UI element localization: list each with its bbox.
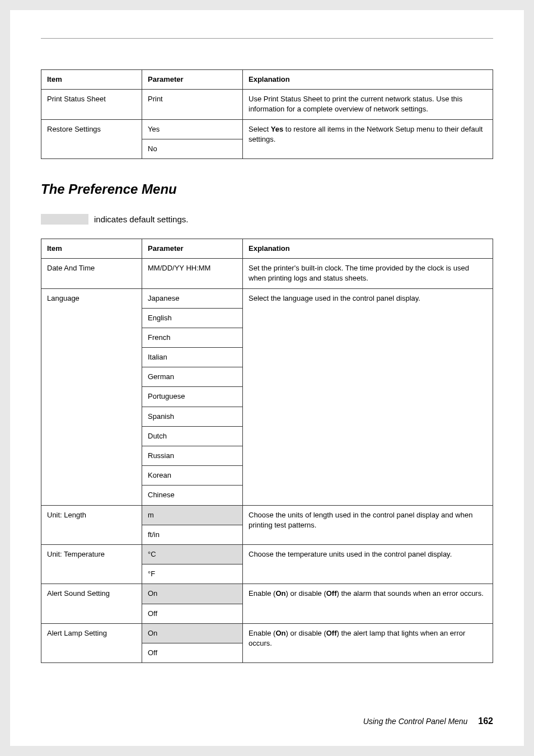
item-cell: Language: [41, 288, 142, 505]
parameter-cell: Italian: [142, 348, 243, 367]
item-cell: Restore Settings: [41, 119, 142, 158]
parameter-cell: °F: [142, 564, 243, 584]
table-row: Restore SettingsYesSelect Yes to restore…: [41, 119, 493, 139]
parameter-cell: Portuguese: [142, 387, 243, 407]
parameter-cell: Russian: [142, 446, 243, 466]
explanation-cell: Use Print Status Sheet to print the curr…: [243, 90, 493, 119]
explanation-cell: Choose the units of length used in the c…: [243, 505, 493, 544]
table1-header-explanation: Explanation: [243, 70, 493, 90]
parameter-cell: No: [142, 139, 243, 158]
explanation-cell: Enable (On) or disable (Off) the alert l…: [243, 623, 493, 662]
item-cell: Print Status Sheet: [41, 90, 142, 119]
table-row: Unit: LengthmChoose the units of length …: [41, 505, 493, 525]
table-row: Alert Sound SettingOnEnable (On) or disa…: [41, 584, 493, 604]
parameter-cell: On: [142, 584, 243, 604]
item-cell: Alert Lamp Setting: [41, 623, 142, 662]
explanation-cell: Enable (On) or disable (Off) the alarm t…: [243, 584, 493, 623]
table-1: Item Parameter Explanation Print Status …: [41, 69, 493, 159]
default-legend-text: indicates default settings.: [94, 214, 188, 224]
table-row: Alert Lamp SettingOnEnable (On) or disab…: [41, 623, 493, 643]
parameter-cell: m: [142, 505, 243, 525]
parameter-cell: Spanish: [142, 407, 243, 426]
explanation-cell: Select the language used in the control …: [243, 288, 493, 505]
top-hairline: [41, 38, 493, 39]
table-row: Unit: Temperature°CChoose the temperatur…: [41, 544, 493, 564]
parameter-cell: ft/in: [142, 525, 243, 544]
parameter-cell: Korean: [142, 466, 243, 486]
table2-header-item: Item: [41, 239, 142, 258]
parameter-cell: German: [142, 367, 243, 387]
table2-header-parameter: Parameter: [142, 239, 243, 258]
parameter-cell: Yes: [142, 119, 243, 139]
table1-header-item: Item: [41, 70, 142, 90]
table-row: Date And TimeMM/DD/YY HH:MMSet the print…: [41, 259, 493, 288]
item-cell: Alert Sound Setting: [41, 584, 142, 623]
parameter-cell: Japanese: [142, 288, 243, 308]
table-row: Print Status SheetPrintUse Print Status …: [41, 90, 493, 119]
section-title-preference-menu: The Preference Menu: [41, 181, 493, 197]
table2-header-explanation: Explanation: [243, 239, 493, 258]
parameter-cell: Off: [142, 643, 243, 662]
default-swatch-icon: [41, 214, 88, 225]
parameter-cell: Chinese: [142, 486, 243, 505]
explanation-cell: Choose the temperature units used in the…: [243, 544, 493, 584]
table-row: LanguageJapaneseSelect the language used…: [41, 288, 493, 308]
parameter-cell: French: [142, 328, 243, 347]
explanation-cell: Set the printer's built-in clock. The ti…: [243, 259, 493, 288]
footer-section-name: Using the Control Panel Menu: [363, 717, 468, 726]
table1-header-parameter: Parameter: [142, 70, 243, 90]
footer-page-number: 162: [478, 716, 493, 726]
parameter-cell: English: [142, 308, 243, 328]
table-2: Item Parameter Explanation Date And Time…: [41, 239, 493, 663]
parameter-cell: °C: [142, 544, 243, 564]
parameter-cell: Off: [142, 604, 243, 623]
item-cell: Unit: Length: [41, 505, 142, 544]
parameter-cell: On: [142, 623, 243, 643]
parameter-cell: Print: [142, 90, 243, 119]
item-cell: Date And Time: [41, 259, 142, 288]
item-cell: Unit: Temperature: [41, 544, 142, 584]
default-legend: indicates default settings.: [41, 214, 493, 225]
parameter-cell: Dutch: [142, 426, 243, 446]
explanation-cell: Select Yes to restore all items in the N…: [243, 119, 493, 158]
parameter-cell: MM/DD/YY HH:MM: [142, 259, 243, 288]
page-footer: Using the Control Panel Menu 162: [363, 716, 493, 726]
